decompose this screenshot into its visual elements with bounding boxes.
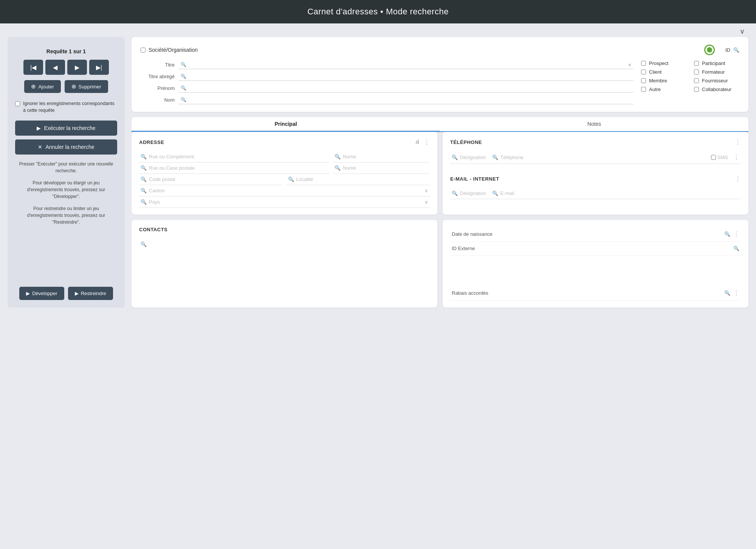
phone-row-dots-icon[interactable]: ⋮ xyxy=(733,154,739,161)
desig-email-placeholder: Désignation xyxy=(460,190,486,196)
nav-last-button[interactable]: ▶| xyxy=(89,60,109,75)
code-postal-row: 🔍 Code postal 🔍 Localité xyxy=(139,174,430,185)
rue-numero-input[interactable]: 🔍 Numé xyxy=(333,151,430,162)
radio-green-icon[interactable] xyxy=(704,45,715,55)
formateur-checkbox[interactable] xyxy=(694,70,699,74)
participant-checkbox[interactable] xyxy=(694,61,699,66)
email-row[interactable]: 🔍 Désignation 🔍 E-mail xyxy=(450,188,741,199)
id-externe-search-icon[interactable]: 🔍 xyxy=(733,246,739,251)
collaborateur-checkbox[interactable] xyxy=(694,87,699,92)
phone-row[interactable]: 🔍 Désignation 🔍 Téléphone SMS ⋮ xyxy=(450,151,741,164)
print-icon[interactable]: 🖨 xyxy=(415,139,420,146)
restrict-button[interactable]: ▶ Restreindre xyxy=(68,287,113,300)
develop-button[interactable]: ▶ Développer xyxy=(19,287,64,300)
prospect-label: Prospect xyxy=(649,60,668,66)
canton-placeholder: Canton xyxy=(149,188,165,193)
titre-abrege-search-icon: 🔍 xyxy=(181,74,186,79)
checkbox-formateur: Formateur xyxy=(694,69,739,75)
canton-search-icon: 🔍 xyxy=(141,188,147,193)
top-bar: Carnet d'adresses • Mode recherche xyxy=(0,0,756,23)
contacts-card-header: CONTACTS xyxy=(139,227,430,232)
develop-button-label: Développer xyxy=(32,291,57,296)
titre-input[interactable]: 🔍 ∨ xyxy=(178,60,634,69)
localite-placeholder: Localité xyxy=(296,176,313,182)
close-circle-icon: ⊗ xyxy=(71,83,76,90)
id-section: ID 🔍 xyxy=(725,47,739,53)
sms-checkbox[interactable] xyxy=(711,155,716,160)
ignore-checkbox[interactable] xyxy=(15,101,20,106)
collapse-chevron-icon[interactable]: ∨ xyxy=(740,27,745,36)
org-label: Société/Organisation xyxy=(149,47,198,53)
sms-check: SMS xyxy=(711,155,728,160)
date-naissance-dots-icon[interactable]: ⋮ xyxy=(733,230,739,238)
bottom-buttons: ▶ Développer ▶ Restreindre xyxy=(19,283,113,300)
cancel-search-button[interactable]: ✕ Annuler la recherche xyxy=(15,139,117,155)
date-search-icon[interactable]: 🔍 xyxy=(724,231,730,237)
tab-notes[interactable]: Notes xyxy=(440,117,748,132)
delete-button[interactable]: ⊗ Supprimer xyxy=(65,80,108,93)
adresse-dots-icon[interactable]: ⋮ xyxy=(424,139,430,146)
contacts-add-icon[interactable]: 🔍 xyxy=(139,238,430,251)
case-postale-input[interactable]: 🔍 Rue ou Case postale xyxy=(139,162,329,174)
titre-abrege-row: Titre abrégé 🔍 xyxy=(141,72,634,81)
radio-inner xyxy=(707,47,712,53)
id-label: ID xyxy=(725,47,730,53)
id-search-icon[interactable]: 🔍 xyxy=(733,47,739,53)
nav-prev-button[interactable]: ◀ xyxy=(45,60,65,75)
pays-input[interactable]: 🔍 Pays ∨ xyxy=(139,196,430,208)
desig-email-search-icon: 🔍 xyxy=(452,190,458,196)
nav-next-button[interactable]: ▶ xyxy=(67,60,87,75)
titre-abrege-input[interactable]: 🔍 xyxy=(178,72,634,81)
membre-checkbox[interactable] xyxy=(641,78,646,83)
fournisseur-checkbox[interactable] xyxy=(694,78,699,83)
localite-input[interactable]: 🔍 Localité xyxy=(287,174,430,185)
rabais-search-icon[interactable]: 🔍 xyxy=(724,290,730,296)
formateur-label: Formateur xyxy=(702,69,725,75)
pays-chevron-icon: ∨ xyxy=(424,199,428,205)
close-icon-cancel: ✕ xyxy=(38,144,42,150)
prospect-checkbox[interactable] xyxy=(641,61,646,66)
prenom-row: Prénom 🔍 xyxy=(141,84,634,93)
tab-principal[interactable]: Principal xyxy=(132,117,440,132)
client-checkbox[interactable] xyxy=(641,70,646,74)
sidebar: Requête 1 sur 1 |◀ ◀ ▶ ▶| ⊕ Ajouter ⊗ Su… xyxy=(8,37,125,308)
tel-placeholder: Téléphone xyxy=(500,155,524,160)
play-icon-develop: ▶ xyxy=(26,291,30,296)
action-buttons: ⊕ Ajouter ⊗ Supprimer xyxy=(24,80,108,93)
email-dots-icon[interactable]: ⋮ xyxy=(735,175,741,182)
date-naissance-row: Date de naissance 🔍 ⋮ xyxy=(450,227,741,242)
play-icon-restrict: ▶ xyxy=(75,291,79,296)
canton-input[interactable]: 🔍 Canton ∨ xyxy=(139,185,430,196)
rabais-dots-icon[interactable]: ⋮ xyxy=(733,289,739,297)
execute-search-button[interactable]: ▶ Exécuter la recherche xyxy=(15,121,117,136)
rabais-right: 🔍 ⋮ xyxy=(724,289,739,297)
autre-checkbox[interactable] xyxy=(641,87,646,92)
sms-label: SMS xyxy=(717,155,728,160)
page-title: Carnet d'adresses • Mode recherche xyxy=(307,7,449,16)
nom-search-icon: 🔍 xyxy=(181,97,186,102)
org-checkbox[interactable] xyxy=(141,48,146,53)
code-postal-input[interactable]: 🔍 Code postal xyxy=(139,174,283,185)
tabs-wrapper: Principal Notes xyxy=(132,117,748,132)
adresse-card: ADRESSE 🖨 ⋮ 🔍 Rue ou Complément xyxy=(132,132,437,215)
help-text-2: Pour développer ou élargir un jeu d'enre… xyxy=(15,179,117,200)
search-fields: Titre 🔍 ∨ Titre abrégé 🔍 Prénom xyxy=(141,60,739,104)
checkbox-collaborateur: Collaborateur xyxy=(694,87,739,92)
case-numero-input[interactable]: 🔍 Numé xyxy=(333,162,430,174)
nav-first-button[interactable]: |◀ xyxy=(23,60,43,75)
add-button[interactable]: ⊕ Ajouter xyxy=(24,80,60,93)
titre-abrege-label: Titre abrégé xyxy=(141,74,175,79)
nom-input[interactable]: 🔍 xyxy=(178,96,634,104)
rue-complement-row: 🔍 Rue ou Complément 🔍 Numé xyxy=(139,151,430,162)
membre-label: Membre xyxy=(649,78,667,84)
rue-complement-input[interactable]: 🔍 Rue ou Complément xyxy=(139,151,329,162)
checkbox-prospect: Prospect xyxy=(641,60,686,66)
restrict-button-label: Restreindre xyxy=(81,291,106,296)
chevron-row: ∨ xyxy=(0,23,756,37)
email-placeholder: E-mail xyxy=(500,190,514,196)
rabais-label: Rabais accordés xyxy=(452,290,488,296)
prenom-input[interactable]: 🔍 xyxy=(178,84,634,93)
misc-card: Date de naissance 🔍 ⋮ ID Externe 🔍 xyxy=(443,220,748,308)
contacts-title: CONTACTS xyxy=(139,227,167,232)
telephone-dots-icon[interactable]: ⋮ xyxy=(735,139,741,146)
